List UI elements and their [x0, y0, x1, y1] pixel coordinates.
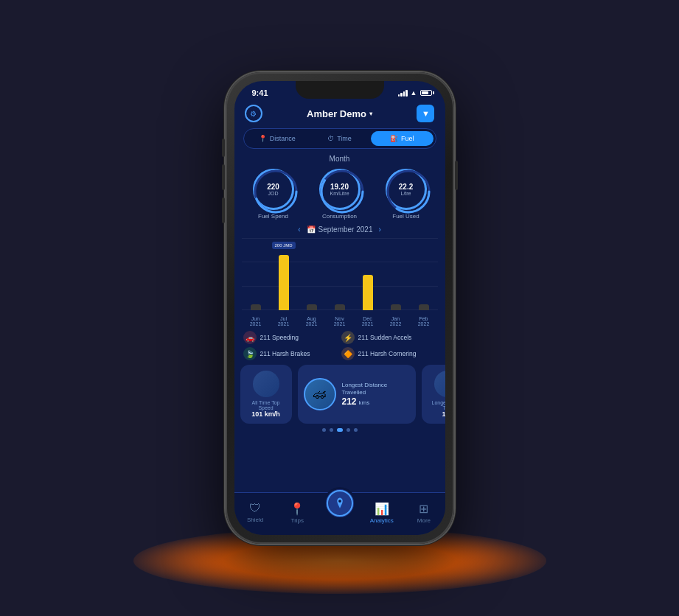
phone-volume-down-button	[222, 197, 225, 223]
bar-jun-2021	[251, 304, 261, 310]
nav-more[interactable]: ⊞ More	[403, 502, 445, 524]
stats-row: 220 JOD Fuel Spend 19.20 Km/Litre Co	[234, 169, 445, 220]
card-longest-distance-info: Longest Distance Travelled 212 kms	[342, 382, 410, 407]
event-harsh-brakes: 🍃 211 Harsh Brakes	[243, 347, 338, 360]
svg-point-6	[338, 500, 341, 503]
time-tab-icon: ⏱	[327, 135, 334, 142]
card-longest-time[interactable]: Longest Time Trip 1hr	[422, 365, 445, 424]
chart-area: 200 JMD	[242, 238, 438, 326]
brakes-icon: 🍃	[243, 347, 257, 360]
chevron-down-icon: ▾	[369, 111, 372, 117]
event-speeding: 🚗 211 Speeding	[243, 331, 338, 344]
speeding-icon: 🚗	[243, 331, 257, 344]
status-icons: ▲	[398, 89, 432, 97]
accels-icon: ⚡	[341, 331, 355, 344]
phone-power-button	[455, 161, 458, 190]
chart-bars: 200 JMD	[242, 244, 438, 310]
period-type-label: Month	[234, 155, 445, 163]
battery-icon	[420, 90, 432, 96]
tab-bar: 📍 Distance ⏱ Time ⛽ Fuel	[243, 128, 436, 149]
home-button[interactable]	[324, 487, 356, 519]
bar-feb-2022	[419, 304, 429, 310]
card-longest-distance[interactable]: 🏎 Longest Distance Travelled 212 kms	[298, 365, 416, 424]
next-period-button[interactable]: ›	[378, 225, 380, 234]
card-unit: kms	[359, 399, 370, 406]
shield-nav-icon: 🛡	[249, 502, 261, 515]
events-grid: 🚗 211 Speeding ⚡ 211 Sudden Accels 🍃 211…	[243, 331, 436, 360]
card-all-time-speed[interactable]: All Time Top Speed 101 km/h	[240, 365, 292, 424]
dot-4[interactable]	[347, 428, 350, 432]
stat-circle-fuel-used: 22.2 L/tre	[386, 169, 427, 210]
app-header: ⚙ Amber Demo ▾ ▼	[234, 102, 445, 128]
event-sudden-accels: ⚡ 211 Sudden Accels	[341, 331, 436, 344]
more-nav-icon: ⊞	[419, 502, 428, 516]
cards-section: All Time Top Speed 101 km/h 🏎 Longest Di…	[234, 365, 445, 424]
stat-circle-fuel-spend: 220 JOD	[253, 169, 294, 210]
scene: 9:41 ▲ ⚙ Amber	[0, 0, 679, 616]
nav-analytics[interactable]: 📊 Analytics	[361, 502, 403, 524]
bar-dec-2021	[363, 275, 373, 310]
tab-fuel[interactable]: ⛽ Fuel	[371, 131, 433, 146]
trips-nav-icon: 📍	[290, 502, 304, 516]
nav-period: ‹ 📅 September 2021 ›	[234, 225, 445, 234]
fuel-tab-icon: ⛽	[390, 135, 398, 142]
longest-time-icon	[434, 371, 445, 397]
stat-fuel-used: 22.2 L/tre Fuel Used	[386, 169, 427, 220]
distance-tab-icon: 📍	[259, 135, 267, 142]
dot-1[interactable]	[322, 428, 326, 432]
phone-screen: 9:41 ▲ ⚙ Amber	[234, 81, 445, 535]
cornering-icon: 🔶	[341, 347, 355, 360]
phone-mute-button	[222, 139, 225, 157]
status-time: 9:41	[252, 88, 268, 97]
prev-period-button[interactable]: ‹	[298, 225, 300, 234]
car-avatar: 🏎	[304, 378, 336, 410]
bar-jul-2021: 200 JMD	[279, 255, 289, 310]
header-title[interactable]: Amber Demo ▾	[307, 108, 372, 119]
stat-consumption: 19.20 Km/Litre Consumption	[319, 169, 361, 220]
wifi-icon: ▲	[411, 89, 417, 97]
all-time-speed-icon	[253, 371, 279, 397]
tab-time[interactable]: ⏱ Time	[308, 131, 371, 146]
settings-button[interactable]: ⚙	[245, 105, 262, 122]
card-value: 212	[342, 396, 357, 407]
period-label: 📅 September 2021	[307, 225, 373, 234]
bottom-nav: 🛡 Shield 📍 Trips	[234, 492, 445, 535]
phone-frame: 9:41 ▲ ⚙ Amber	[226, 72, 454, 544]
phone-notch	[296, 81, 384, 99]
bar-tooltip: 200 JMD	[271, 242, 295, 249]
dot-3[interactable]	[337, 428, 343, 432]
card-title: Longest Distance Travelled	[342, 382, 410, 397]
stat-circle-consumption: 19.20 Km/Litre	[319, 169, 361, 210]
nav-trips[interactable]: 📍 Trips	[276, 502, 318, 524]
analytics-nav-icon: 📊	[375, 502, 389, 516]
nav-home[interactable]	[318, 499, 361, 519]
dot-5[interactable]	[354, 428, 358, 432]
bar-nov-2021	[335, 304, 345, 310]
event-harsh-cornering: 🔶 211 Harsh Cornering	[341, 347, 436, 360]
stat-fuel-spend: 220 JOD Fuel Spend	[253, 169, 294, 220]
bar-jan-2022	[391, 304, 401, 310]
signal-icon	[398, 89, 408, 97]
nav-shield[interactable]: 🛡 Shield	[234, 502, 276, 523]
dot-2[interactable]	[330, 428, 333, 432]
tab-distance[interactable]: 📍 Distance	[246, 131, 309, 146]
filter-button[interactable]: ▼	[417, 105, 434, 122]
bar-aug-2021	[307, 304, 317, 310]
carousel-dots	[234, 428, 445, 432]
chart-labels: Jun2021 Jul2021 Aug2021 Nov2021 Dec2021 …	[242, 316, 438, 326]
phone-volume-up-button	[222, 164, 225, 190]
